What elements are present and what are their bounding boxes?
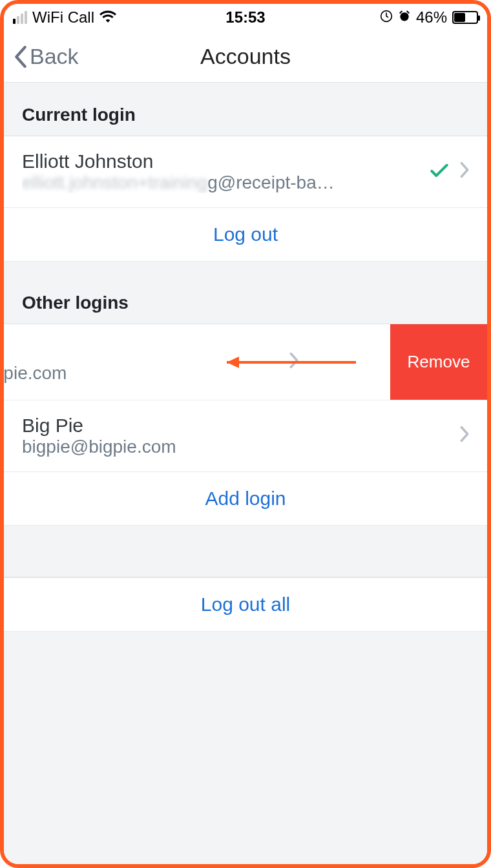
nav-bar: Back Accounts: [4, 31, 487, 83]
wifi-icon: [99, 8, 116, 26]
clock: 15:53: [225, 8, 265, 26]
account-name: ie: [4, 341, 278, 363]
cellular-signal-icon: [13, 11, 27, 24]
svg-point-1: [400, 12, 408, 21]
status-right: 46%: [266, 8, 478, 26]
logout-all-button[interactable]: Log out all: [4, 577, 487, 632]
remove-button[interactable]: Remove: [390, 324, 487, 400]
section-gap: [4, 526, 487, 577]
add-login-button[interactable]: Add login: [4, 472, 487, 526]
chevron-left-icon: [14, 46, 27, 68]
account-email: bigpie@bigpie.com: [22, 437, 448, 457]
device-frame: WiFi Call 15:53 46% Back A: [0, 0, 491, 868]
logout-button[interactable]: Log out: [4, 208, 487, 262]
redacted-email-part: elliott.johnston+training: [22, 172, 207, 193]
back-label: Back: [30, 44, 79, 69]
chevron-right-icon: [289, 352, 298, 373]
status-bar: WiFi Call 15:53 46%: [4, 4, 487, 31]
active-check-icon: [430, 161, 448, 183]
alarm-icon: [398, 8, 411, 26]
current-account-row[interactable]: Elliott Johnston elliott.johnston+traini…: [4, 136, 487, 208]
chevron-right-icon: [460, 426, 469, 446]
section-header-current-login: Current login: [4, 83, 487, 136]
account-name: Big Pie: [22, 415, 448, 437]
rotation-lock-icon: [380, 8, 393, 26]
account-email: e@bigpie.com: [4, 363, 278, 384]
battery-percentage: 46%: [416, 8, 447, 26]
section-header-other-logins: Other logins: [4, 262, 487, 324]
carrier-label: WiFi Call: [32, 8, 94, 26]
empty-area: [4, 632, 487, 864]
other-account-row[interactable]: Big Pie bigpie@bigpie.com: [4, 400, 487, 472]
account-name: Elliott Johnston: [22, 150, 419, 172]
back-button[interactable]: Back: [14, 44, 79, 69]
status-left: WiFi Call: [13, 8, 225, 26]
account-email: elliott.johnston+trainingg@receipt-ba…: [22, 172, 419, 193]
battery-icon: [452, 11, 478, 24]
chevron-right-icon: [460, 161, 469, 182]
other-account-row-swiped[interactable]: ie e@bigpie.com Remove: [4, 324, 487, 400]
